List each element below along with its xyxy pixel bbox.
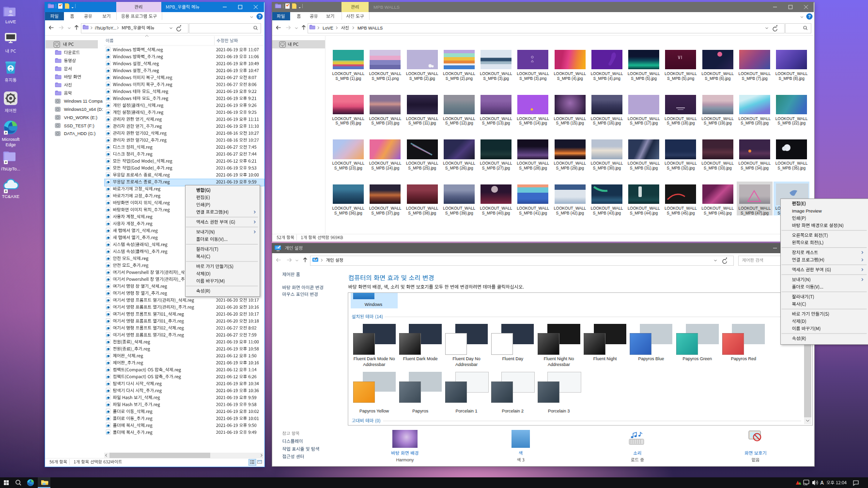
svg-text:Edge: Edge xyxy=(5,142,16,147)
svg-text:TC&AXE: TC&AXE xyxy=(2,194,19,199)
svg-text:Microsoft: Microsoft xyxy=(2,137,20,142)
svg-text:LoVE: LoVE xyxy=(5,19,16,24)
svg-text:iTsUpTo...: iTsUpTo... xyxy=(1,167,20,171)
